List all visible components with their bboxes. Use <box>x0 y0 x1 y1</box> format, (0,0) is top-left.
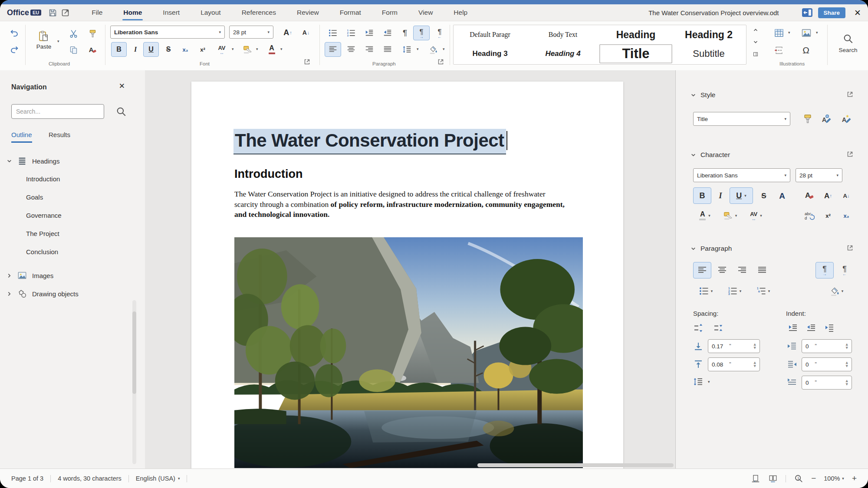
paragraph-dialog-launcher-icon[interactable] <box>437 59 444 65</box>
numbered-list-button[interactable]: 123 <box>343 26 359 40</box>
character-dialog-launcher-icon[interactable] <box>847 151 853 157</box>
tree-item-governance[interactable]: Governance <box>26 212 62 219</box>
section-heading[interactable]: Introduction <box>234 167 302 181</box>
style-subtitle[interactable]: Subtitle <box>672 44 745 63</box>
clone-formatting-icon[interactable] <box>802 114 813 124</box>
shrink-font-button[interactable]: A↓ <box>298 26 314 39</box>
menu-file[interactable]: File <box>81 4 113 21</box>
image-caret[interactable]: ▾ <box>816 31 818 35</box>
save-icon[interactable] <box>48 8 57 17</box>
menu-insert[interactable]: Insert <box>152 4 190 21</box>
align-justify-button[interactable] <box>379 42 396 57</box>
highlight-caret[interactable]: ▾ <box>256 47 258 51</box>
sidebar-font-color-button[interactable]: A▾ <box>693 207 717 224</box>
tab-outline[interactable]: Outline <box>11 131 32 143</box>
style-section-header[interactable]: Style <box>690 91 715 99</box>
decrease-spacing-icon[interactable] <box>713 323 723 333</box>
open-window-icon[interactable] <box>61 8 70 17</box>
font-dialog-launcher-icon[interactable] <box>304 59 310 65</box>
paragraph-bg-button[interactable] <box>424 42 442 57</box>
style-heading[interactable]: Heading <box>599 25 672 44</box>
paragraph-section-header[interactable]: Paragraph <box>690 245 732 252</box>
style-default-paragraph[interactable]: Default Paragr <box>454 25 526 44</box>
font-color-button[interactable]: A <box>264 42 279 57</box>
spin-up-icon[interactable]: ▲ <box>846 343 848 346</box>
sidebar-outline-list-button[interactable]: 1a▾ <box>750 283 776 299</box>
selected-text-highlight[interactable]: The Water Conservation Project <box>233 129 506 154</box>
sidebar-numbered-list-button[interactable]: 123▾ <box>722 283 747 299</box>
ltr-button[interactable]: ¶→ <box>413 26 430 40</box>
document-image[interactable] <box>234 237 583 468</box>
menu-format[interactable]: Format <box>329 4 372 21</box>
superscript-button[interactable]: x² <box>194 42 211 57</box>
language-selector[interactable]: English (USA) ▾ <box>136 475 180 482</box>
navigation-search-input[interactable] <box>11 104 104 119</box>
single-page-view-icon[interactable] <box>751 474 760 483</box>
character-section-header[interactable]: Character <box>690 151 730 159</box>
style-heading-2[interactable]: Heading 2 <box>672 25 745 44</box>
paste-button[interactable]: Paste <box>32 25 56 55</box>
spin-down-icon[interactable]: ▼ <box>846 383 848 386</box>
spin-down-icon[interactable]: ▼ <box>754 347 756 350</box>
clone-formatting-button[interactable] <box>85 26 100 40</box>
tree-item-goals[interactable]: Goals <box>26 193 43 201</box>
gallery-expand-button[interactable] <box>750 49 761 59</box>
navigation-scrollbar[interactable] <box>132 300 136 464</box>
highlight-color-button[interactable] <box>240 42 255 57</box>
tree-item-conclusion[interactable]: Conclusion <box>26 248 58 255</box>
navigation-search-icon[interactable] <box>115 106 127 117</box>
tree-drawing-objects[interactable]: Drawing objects <box>7 289 79 298</box>
italic-button[interactable]: I <box>128 42 142 57</box>
space-below-field[interactable]: 0.08 " ▲▼ <box>708 357 760 371</box>
first-line-indent-field[interactable]: 0 " ▲▼ <box>802 376 852 390</box>
style-dialog-launcher-icon[interactable] <box>847 91 853 98</box>
menu-form[interactable]: Form <box>372 4 408 21</box>
search-button[interactable]: Search <box>834 26 862 59</box>
horizontal-scrollbar[interactable] <box>477 463 674 467</box>
sidebar-shrink-font-button[interactable]: A↓ <box>838 187 855 204</box>
line-spacing-button[interactable] <box>398 42 416 57</box>
navigation-scrollbar-thumb[interactable] <box>132 311 136 394</box>
line-spacing-icon[interactable] <box>693 377 704 387</box>
sidebar-strikethrough-button[interactable]: S <box>756 187 772 204</box>
grow-font-button[interactable]: A↑ <box>279 26 296 39</box>
sidebar-subscript-button[interactable]: x₂ <box>838 207 855 224</box>
paste-dropdown-caret[interactable]: ▾ <box>57 39 59 43</box>
sidebar-char-spacing-button[interactable]: AV↔▾ <box>743 207 769 224</box>
insert-table-button[interactable] <box>771 26 787 40</box>
sidebar-highlight-button[interactable]: ▾ <box>718 207 742 224</box>
sidebar-shadow-button[interactable]: A <box>774 187 790 204</box>
sidebar-bullet-list-button[interactable]: ▾ <box>693 283 718 299</box>
line-spacing-caret[interactable]: ▾ <box>708 380 710 384</box>
tree-headings[interactable]: Headings <box>7 156 59 166</box>
rtl-button[interactable]: ¶← <box>431 26 448 40</box>
spin-up-icon[interactable]: ▲ <box>754 343 756 346</box>
char-spacing-caret[interactable]: ▾ <box>232 47 234 51</box>
spin-down-icon[interactable]: ▼ <box>846 365 848 368</box>
navigation-close-icon[interactable]: ✕ <box>119 82 125 91</box>
insert-image-button[interactable] <box>798 26 815 40</box>
sidebar-font-name-combo[interactable]: Liberation Sans ▾ <box>693 168 790 182</box>
strikethrough-button[interactable]: S <box>161 42 175 57</box>
underline-button[interactable]: U <box>143 42 159 57</box>
spin-up-icon[interactable]: ▲ <box>754 361 756 364</box>
zoom-in-icon[interactable]: + <box>852 474 857 483</box>
align-right-button[interactable] <box>361 42 378 57</box>
update-style-icon[interactable]: A <box>822 114 832 124</box>
spin-up-icon[interactable]: ▲ <box>846 380 848 383</box>
menu-layout[interactable]: Layout <box>190 4 231 21</box>
close-icon[interactable]: ✕ <box>854 8 861 17</box>
sidebar-grow-font-button[interactable]: A↑ <box>820 187 836 204</box>
sidebar-bold-button[interactable]: B <box>693 187 711 204</box>
style-heading-3[interactable]: Heading 3 <box>454 44 526 63</box>
share-button[interactable]: Share <box>818 7 846 18</box>
new-style-icon[interactable]: A <box>842 114 852 124</box>
sidebar-underline-button[interactable]: U▾ <box>730 187 753 204</box>
style-heading-4[interactable]: Heading 4 <box>526 44 599 63</box>
document-page[interactable]: The Water Conservation Project Introduct… <box>191 82 623 468</box>
style-body-text[interactable]: Body Text <box>526 25 599 44</box>
tree-images[interactable]: Images <box>7 271 53 280</box>
space-above-field[interactable]: 0.17 " ▲▼ <box>708 339 760 353</box>
decrease-indent-button[interactable] <box>379 26 396 40</box>
menu-home[interactable]: Home <box>113 4 152 21</box>
